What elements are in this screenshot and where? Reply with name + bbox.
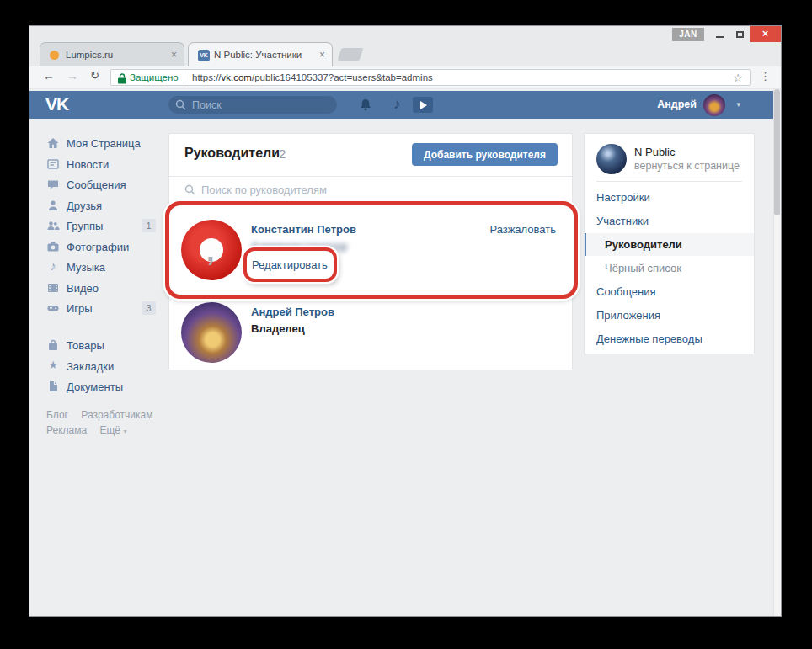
footer-link-blog[interactable]: Блог bbox=[46, 409, 68, 421]
footer-link-developers[interactable]: Разработчикам bbox=[81, 409, 152, 421]
managers-search-input[interactable] bbox=[201, 180, 521, 199]
bag-icon bbox=[46, 338, 60, 352]
reload-icon[interactable]: ↻ bbox=[90, 69, 99, 82]
secure-label: Защищено bbox=[130, 72, 179, 82]
sidebar-item-video[interactable]: Видео bbox=[46, 279, 161, 300]
chat-icon bbox=[46, 178, 60, 191]
vk-favicon-icon: VK bbox=[198, 50, 210, 61]
demote-link[interactable]: Разжаловать bbox=[489, 223, 556, 236]
sidebar-item-my-page[interactable]: Моя Страница bbox=[46, 134, 161, 155]
highlight-annotation-edit: Редактировать bbox=[243, 247, 337, 282]
vk-logo[interactable]: VK bbox=[45, 94, 68, 114]
close-button[interactable]: × bbox=[750, 26, 781, 42]
community-name[interactable]: N Public bbox=[634, 146, 675, 158]
left-sidebar-extra: Товары ★ Закладки Документы bbox=[46, 336, 161, 398]
forward-icon[interactable]: → bbox=[67, 69, 78, 82]
search-icon bbox=[175, 99, 186, 110]
managers-card: Руководители 2 Добавить руководителя , К… bbox=[168, 133, 573, 370]
star-icon: ★ bbox=[46, 359, 60, 371]
play-button-icon[interactable] bbox=[413, 97, 433, 113]
gamepad-icon bbox=[46, 301, 60, 315]
back-icon[interactable]: ← bbox=[43, 69, 55, 82]
groups-count-badge: 1 bbox=[142, 219, 156, 232]
scrollbar-thumb[interactable] bbox=[774, 89, 780, 215]
row-divider bbox=[181, 297, 544, 298]
document-icon bbox=[46, 380, 60, 393]
edit-link[interactable]: Редактировать bbox=[252, 258, 328, 271]
vk-page: VK ♪ Андрей ▾ Моя Страница bbox=[29, 89, 781, 616]
sidebar-footer-row1: Блог Разработчикам bbox=[46, 409, 163, 421]
url-text: https://vk.com/public164105337?act=users… bbox=[192, 72, 433, 82]
tab-lumpics[interactable]: Lumpics.ru × bbox=[40, 42, 184, 66]
new-tab-button[interactable] bbox=[338, 48, 364, 61]
global-search-input[interactable] bbox=[168, 96, 337, 114]
sidebar-item-messages[interactable]: Сообщения bbox=[46, 175, 161, 196]
music-icon[interactable]: ♪ bbox=[393, 96, 401, 113]
nav-item-settings[interactable]: Настройки bbox=[585, 186, 754, 209]
sidebar-item-music[interactable]: ♪ Музыка bbox=[46, 258, 161, 279]
add-manager-button[interactable]: Добавить руководителя bbox=[412, 143, 558, 166]
owner-avatar[interactable] bbox=[181, 302, 242, 363]
sidebar-item-groups[interactable]: Группы 1 bbox=[46, 216, 161, 237]
nav-item-money-transfers[interactable]: Денежные переводы bbox=[585, 327, 754, 350]
nav-item-members[interactable]: Участники bbox=[585, 210, 754, 232]
divider bbox=[596, 181, 742, 182]
sidebar-item-friends[interactable]: Друзья bbox=[46, 196, 161, 217]
browser-toolbar: ← → ↻ Защищено https://vk.com/public1641… bbox=[29, 66, 781, 88]
owner-role: Владелец bbox=[251, 322, 305, 335]
people-icon bbox=[46, 219, 60, 232]
window-titlebar: JAN × bbox=[29, 26, 781, 42]
user-name: Андрей bbox=[657, 98, 697, 110]
nav-item-messages[interactable]: Сообщения bbox=[585, 280, 754, 303]
sidebar-item-games[interactable]: Игры 3 bbox=[46, 299, 161, 320]
left-sidebar: Моя Страница Новости Сообщения Друзья Гр… bbox=[46, 134, 161, 320]
sidebar-item-photos[interactable]: Фотографии bbox=[46, 237, 161, 258]
chevron-down-icon: ▾ bbox=[123, 428, 126, 435]
page-title: Руководители bbox=[184, 146, 280, 161]
community-nav-card: N Public вернуться к странице Настройки … bbox=[584, 133, 755, 354]
owner-name-link[interactable]: Андрей Петров bbox=[251, 306, 334, 318]
footer-link-more[interactable]: Ещё ▾ bbox=[99, 424, 126, 436]
maximize-button[interactable] bbox=[729, 26, 751, 42]
minimize-button[interactable] bbox=[708, 26, 730, 42]
nav-item-apps[interactable]: Приложения bbox=[585, 304, 754, 327]
sidebar-item-documents[interactable]: Документы bbox=[46, 377, 161, 398]
lock-icon bbox=[118, 73, 126, 84]
home-icon bbox=[46, 136, 60, 150]
video-icon bbox=[46, 281, 60, 295]
camera-icon bbox=[46, 240, 60, 253]
bookmark-star-icon[interactable]: ☆ bbox=[733, 72, 743, 84]
tab-title: N Public: Участники bbox=[214, 50, 307, 60]
managers-count: 2 bbox=[279, 146, 286, 161]
back-to-page-link[interactable]: вернуться к странице bbox=[634, 160, 740, 172]
tab-title: Lumpics.ru bbox=[66, 50, 158, 60]
notifications-bell-icon[interactable] bbox=[359, 98, 372, 112]
browser-window: JAN × Lumpics.ru × VK N Public: Участник… bbox=[29, 25, 782, 617]
sidebar-item-news[interactable]: Новости bbox=[46, 155, 161, 176]
sidebar-item-bookmarks[interactable]: ★ Закладки bbox=[46, 357, 161, 378]
tab-strip: Lumpics.ru × VK N Public: Участники × bbox=[29, 42, 781, 66]
footer-link-ads[interactable]: Реклама bbox=[46, 424, 87, 436]
lumpics-favicon-icon bbox=[50, 50, 59, 60]
manager-avatar[interactable]: , bbox=[181, 220, 242, 280]
community-avatar[interactable] bbox=[596, 144, 627, 174]
music-icon: ♪ bbox=[46, 258, 60, 273]
tab-n-public[interactable]: VK N Public: Участники × bbox=[188, 42, 333, 66]
active-indicator bbox=[585, 233, 586, 256]
browser-menu-icon[interactable]: ⋮ bbox=[760, 70, 771, 82]
nav-item-managers[interactable]: Руководители bbox=[585, 233, 754, 256]
search-icon bbox=[184, 184, 195, 195]
games-count-badge: 3 bbox=[142, 301, 156, 315]
nav-item-blacklist[interactable]: Чёрный список bbox=[585, 257, 754, 279]
tab-close-icon[interactable]: × bbox=[319, 49, 325, 61]
manager-name-link[interactable]: Константин Петров bbox=[251, 223, 356, 236]
session-badge: JAN bbox=[672, 28, 704, 41]
news-icon bbox=[46, 157, 60, 171]
user-avatar bbox=[703, 94, 725, 116]
address-bar[interactable]: Защищено https://vk.com/public164105337?… bbox=[110, 69, 751, 86]
sidebar-footer-row2: Реклама Ещё ▾ bbox=[46, 424, 136, 436]
sidebar-item-goods[interactable]: Товары bbox=[46, 336, 161, 357]
page-scrollbar[interactable] bbox=[773, 89, 781, 616]
chevron-down-icon: ▾ bbox=[736, 100, 740, 109]
tab-close-icon[interactable]: × bbox=[171, 49, 177, 61]
